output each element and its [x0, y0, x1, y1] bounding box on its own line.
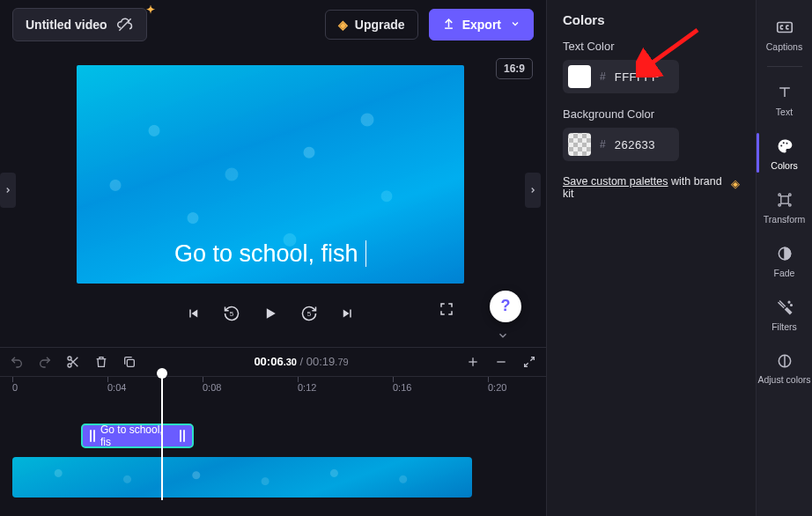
- text-cursor: [359, 240, 367, 267]
- time-ruler[interactable]: 0 0:04 0:08 0:12 0:16 0:20: [0, 376, 546, 402]
- sidebar-item-colors[interactable]: Colors: [757, 128, 812, 178]
- timeline-tracks: Go to school, fis: [0, 402, 546, 516]
- zoom-fit-icon[interactable]: [521, 354, 537, 370]
- zoom-out-icon[interactable]: [493, 354, 509, 370]
- aspect-ratio-selector[interactable]: 16:9: [496, 58, 533, 79]
- save-palettes-link[interactable]: Save custom palettes: [563, 175, 668, 188]
- sidebar-item-text[interactable]: Text: [757, 74, 812, 124]
- sidebar-item-filters[interactable]: Filters: [757, 289, 812, 339]
- brand-kit-hint: Save custom palettes with brand kit ◈: [563, 175, 740, 200]
- panel-heading: Colors: [563, 12, 740, 27]
- chevron-down-icon: [510, 18, 520, 32]
- sidebar-item-transform[interactable]: Transform: [757, 181, 812, 232]
- svg-point-2: [68, 364, 71, 367]
- skip-start-icon[interactable]: [183, 304, 203, 323]
- gem-icon: ◈: [731, 177, 740, 190]
- upgrade-button[interactable]: ◈ Upgrade: [325, 10, 418, 40]
- right-sidebar: Captions Text Colors Transform Fade Filt…: [756, 0, 812, 516]
- fullscreen-icon[interactable]: [439, 301, 458, 321]
- svg-point-18: [790, 305, 792, 306]
- captions-icon: [775, 18, 794, 37]
- transform-icon: [775, 190, 794, 210]
- project-title[interactable]: Untitled video ✦: [12, 8, 147, 41]
- panel-expand-right[interactable]: [525, 173, 541, 208]
- svg-point-10: [786, 143, 787, 144]
- caption-clip-label: Go to school, fis: [100, 424, 174, 448]
- chevron-down-icon[interactable]: [497, 329, 509, 343]
- filters-icon: [775, 298, 794, 317]
- properties-panel: Colors Text Color # FFFFFF Background Co…: [546, 0, 756, 516]
- rewind-5-icon[interactable]: 5: [222, 304, 241, 323]
- stage: Go to school, fish 16:9 5 5: [0, 49, 546, 347]
- timeline-toolbar: 00:06.30 / 00:19.79: [0, 347, 546, 377]
- upload-icon: [442, 17, 455, 33]
- export-button[interactable]: Export: [429, 9, 534, 41]
- cloud-off-icon: [116, 16, 134, 33]
- sparkle-icon: ✦: [146, 4, 155, 16]
- svg-rect-3: [127, 359, 134, 366]
- playback-controls: 5 5: [77, 294, 464, 333]
- svg-rect-7: [777, 23, 792, 33]
- svg-rect-11: [780, 196, 787, 203]
- sidebar-item-fade[interactable]: Fade: [757, 235, 812, 285]
- caption-overlay[interactable]: Go to school, fish: [77, 240, 464, 268]
- zoom-in-icon[interactable]: [465, 354, 481, 370]
- caption-clip[interactable]: Go to school, fis: [81, 424, 194, 448]
- svg-point-12: [778, 194, 780, 196]
- bg-color-label: Background Color: [563, 107, 740, 121]
- svg-point-8: [780, 145, 782, 147]
- duplicate-icon[interactable]: [122, 354, 137, 370]
- text-icon: [775, 83, 794, 102]
- video-preview[interactable]: Go to school, fish: [77, 65, 464, 284]
- text-color-input[interactable]: # FFFFFF: [563, 60, 679, 93]
- svg-point-1: [68, 357, 71, 360]
- panel-expand-left[interactable]: [0, 173, 16, 208]
- upgrade-label: Upgrade: [355, 18, 405, 32]
- playhead[interactable]: [157, 368, 167, 379]
- video-content: Go to school, fish: [77, 65, 464, 284]
- palette-icon: [775, 136, 794, 156]
- skip-end-icon[interactable]: [338, 304, 358, 323]
- help-button[interactable]: ?: [490, 291, 521, 322]
- forward-5-icon[interactable]: 5: [299, 304, 319, 323]
- timecode: 00:06.30 / 00:19.79: [150, 355, 453, 368]
- redo-icon[interactable]: [37, 354, 53, 370]
- video-clip[interactable]: [12, 457, 472, 498]
- bg-color-swatch: [568, 133, 591, 156]
- sidebar-item-adjust-colors[interactable]: Adjust colors: [757, 343, 812, 393]
- bg-color-input[interactable]: # 262633: [563, 128, 679, 161]
- export-label: Export: [462, 18, 501, 32]
- sidebar-item-captions[interactable]: Captions: [757, 9, 812, 59]
- text-color-hex: FFFFFF: [615, 70, 660, 84]
- top-bar: Untitled video ✦ ◈ Upgrade Export: [0, 0, 546, 49]
- svg-point-13: [788, 194, 791, 196]
- adjust-icon: [775, 351, 794, 371]
- gem-icon: ◈: [338, 18, 348, 32]
- text-color-swatch: [568, 65, 591, 88]
- delete-icon[interactable]: [93, 354, 109, 370]
- fade-icon: [775, 244, 794, 263]
- split-icon[interactable]: [65, 354, 81, 370]
- svg-point-14: [778, 204, 780, 207]
- project-title-text: Untitled video: [26, 18, 107, 32]
- undo-icon[interactable]: [9, 354, 25, 370]
- text-color-label: Text Color: [563, 40, 740, 53]
- svg-point-15: [788, 204, 791, 207]
- bg-color-hex: 262633: [615, 138, 655, 151]
- svg-point-17: [788, 301, 790, 303]
- play-icon[interactable]: [261, 304, 280, 323]
- svg-point-9: [782, 142, 784, 144]
